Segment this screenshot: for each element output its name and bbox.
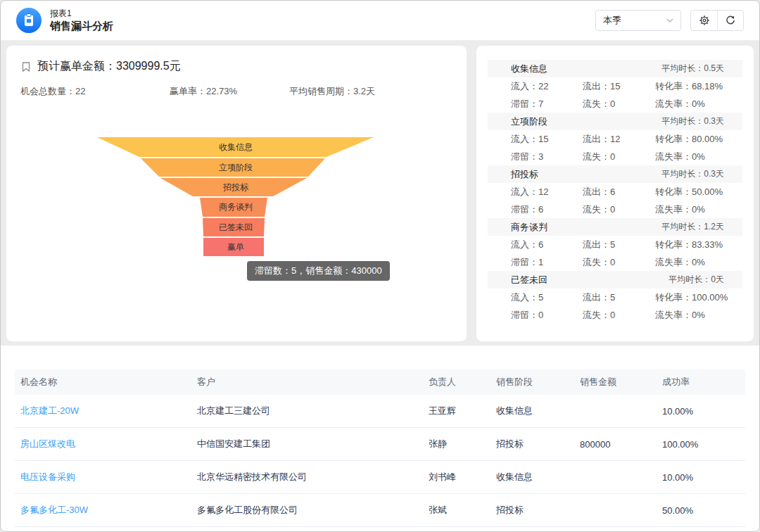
title-block: 报表1 销售漏斗分析 [50,8,113,32]
stage-avg-duration: 平均时长：0.3天 [661,168,724,180]
stat-conversion-rate: 转化率：100.00% [655,291,728,304]
stage-section-header: 招投标 平均时长：0.3天 [488,165,742,183]
cell-success: 10.00% [662,406,745,417]
stage-stats-row: 流入：12 流出：6 转化率：50.00% [488,183,742,201]
page-title: 销售漏斗分析 [50,19,113,32]
gear-icon [699,15,710,26]
funnel-label-2: 立项阶段 [219,163,253,172]
stage-stats-row: 滞留：7 流失：0 流失率：0% [488,95,742,113]
stage-stats-panel: 收集信息 平均时长：0.5天 流入：22 流出：15 转化率：68.18% 滞留… [476,46,754,341]
stat-outflow: 流出：15 [583,80,655,93]
stage-section-header: 收集信息 平均时长：0.5天 [488,60,742,77]
stage-name: 招投标 [511,168,538,181]
cell-customer: 中信国安建工集团 [197,438,429,450]
stage-section: 收集信息 平均时长：0.5天 流入：22 流出：15 转化率：68.18% 滞留… [476,60,754,113]
opportunity-link[interactable]: 多氟多化工-30W [20,504,197,517]
stage-avg-duration: 平均时长：0.3天 [661,115,724,127]
cell-customer: 北京华远精密技术有限公司 [197,471,429,483]
toolbar-button-group [690,10,744,31]
cell-success: 50.00% [662,505,745,516]
top-bar: 报表1 销售漏斗分析 本季 [1,1,759,41]
funnel-panel: 预计赢单金额：3309999.5元 机会总数量：22 赢单率：22.73% 平均… [6,46,467,341]
stage-avg-duration: 平均时长：0.5天 [661,63,724,75]
stat-outflow: 流出：5 [583,291,655,304]
cell-stage: 招投标 [496,438,580,450]
stat-conversion-rate: 转化率：80.00% [655,133,723,146]
stat-stay: 滞留：1 [511,256,583,269]
stat-stay: 滞留：7 [511,98,583,110]
col-sales-stage: 销售阶段 [496,376,580,388]
stat-loss: 流失：0 [583,98,655,110]
stat-stay: 滞留：6 [511,203,583,216]
opportunity-table-panel: 机会名称 客户 负责人 销售阶段 销售金额 成功率 北京建工-20W 北京建工三… [1,346,759,532]
stat-stay: 滞留：0 [511,309,583,322]
table-row: 北京建工-20W 北京建工三建公司 王亚辉 收集信息 10.00% [15,395,745,428]
dashboard-page: 报表1 销售漏斗分析 本季 [0,0,760,532]
stage-stats-row: 滞留：1 流失：0 流失率：0% [488,253,742,271]
stat-loss: 流失：0 [583,203,655,216]
cell-owner: 张静 [429,438,496,450]
stat-outflow: 流出：12 [583,133,655,146]
stage-stats-row: 滞留：0 流失：0 流失率：0% [488,306,742,324]
cell-success: 10.00% [662,472,745,483]
opportunity-table: 机会名称 客户 负责人 销售阶段 销售金额 成功率 北京建工-20W 北京建工三… [15,369,745,527]
stat-inflow: 流入：22 [511,80,583,93]
stat-conversion-rate: 转化率：83.33% [655,239,723,251]
funnel-label-3: 招投标 [222,182,249,192]
stage-stats-row: 流入：5 流出：5 转化率：100.00% [488,289,742,306]
stat-outflow: 流出：5 [583,239,655,251]
cell-customer: 北京建工三建公司 [197,405,429,417]
stat-loss-rate: 流失率：0% [655,151,705,163]
cell-owner: 刘书峰 [429,471,496,483]
opportunity-link[interactable]: 北京建工-20W [20,405,197,417]
cell-owner: 王亚辉 [429,405,496,417]
stage-section: 立项阶段 平均时长：0.3天 流入：15 流出：12 转化率：80.00% 滞留… [476,113,754,165]
stat-conversion-rate: 转化率：50.00% [655,186,723,198]
stat-loss: 流失：0 [583,309,655,322]
stage-stats-row: 流入：15 流出：12 转化率：80.00% [488,130,742,148]
stat-inflow: 流入：5 [511,291,583,304]
stage-avg-duration: 平均时长：0天 [669,274,724,286]
stat-loss-rate: 流失率：0% [655,256,705,269]
stage-name: 商务谈判 [511,221,547,234]
col-sales-amount: 销售金额 [580,376,662,388]
stage-stats-row: 流入：6 流出：5 转化率：83.33% [488,236,742,253]
stage-section-header: 已签未回 平均时长：0天 [488,271,742,289]
stage-section: 招投标 平均时长：0.3天 流入：12 流出：6 转化率：50.00% 滞留：6… [476,165,754,218]
cell-stage: 收集信息 [496,405,580,417]
stage-stats-row: 滞留：6 流失：0 流失率：0% [488,201,742,218]
cell-stage: 招投标 [496,504,580,517]
period-select[interactable]: 本季 [595,10,681,31]
refresh-button[interactable] [717,11,743,30]
funnel-label-4: 商务谈判 [219,202,253,212]
funnel-label-5: 已签未回 [219,222,253,232]
stat-loss: 流失：0 [583,151,655,163]
cell-owner: 张斌 [429,504,496,517]
report-label: 报表1 [50,8,113,19]
table-row: 电压设备采购 北京华远精密技术有限公司 刘书峰 收集信息 10.00% [15,461,745,494]
stat-loss-rate: 流失率：0% [655,309,705,322]
stage-section-header: 商务谈判 平均时长：1.2天 [488,218,742,236]
stat-inflow: 流入：6 [511,239,583,251]
stage-stats-list: 收集信息 平均时长：0.5天 流入：22 流出：15 转化率：68.18% 滞留… [476,46,754,324]
funnel-label-6: 赢单 [227,242,244,252]
funnel-tooltip: 滞留数：5，销售金额：430000 [247,261,390,281]
stat-inflow: 流入：15 [511,133,583,146]
stat-loss-rate: 流失率：0% [655,98,705,110]
opportunity-link[interactable]: 电压设备采购 [20,471,197,483]
stage-section: 已签未回 平均时长：0天 流入：5 流出：5 转化率：100.00% 滞留：0 … [476,271,754,324]
stat-conversion-rate: 转化率：68.18% [655,80,723,93]
stage-section-header: 立项阶段 平均时长：0.3天 [488,113,742,130]
cell-customer: 多氟多化工股份有限公司 [197,504,429,517]
period-select-value: 本季 [603,14,621,27]
stage-name: 已签未回 [511,274,547,286]
stage-avg-duration: 平均时长：1.2天 [661,221,724,233]
stage-section: 商务谈判 平均时长：1.2天 流入：6 流出：5 转化率：83.33% 滞留：1… [476,218,754,271]
refresh-icon [725,15,736,26]
stat-inflow: 流入：12 [511,186,583,198]
settings-button[interactable] [691,11,717,30]
topbar-actions: 本季 [595,10,744,31]
stage-stats-row: 滞留：3 流失：0 流失率：0% [488,148,742,165]
opportunity-link[interactable]: 房山区煤改电 [20,438,197,450]
col-customer: 客户 [197,376,429,388]
